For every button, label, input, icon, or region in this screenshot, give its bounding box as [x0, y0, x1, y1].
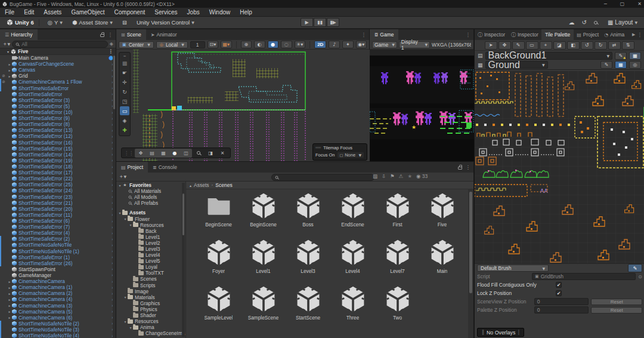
tree-item-scenes[interactable]: Scenes: [116, 276, 185, 282]
hierarchy-item[interactable]: ShortTimeNoSafeNoTile (3)›: [0, 327, 116, 333]
menu-services[interactable]: Services: [150, 8, 182, 17]
scene-picker-icon[interactable]: ◈: [110, 41, 113, 47]
active-tilemap-dropdown[interactable]: Ground ▼: [485, 61, 548, 69]
expand-arrow[interactable]: ▾: [123, 319, 128, 324]
tab-project[interactable]: ▤ Project: [116, 162, 148, 173]
particles-button[interactable]: ✕: [217, 149, 228, 157]
hierarchy-item[interactable]: ShortTimeSafeError (24)›: [0, 188, 116, 193]
close-button[interactable]: ✕: [637, 1, 642, 7]
tree-item-flower[interactable]: ▾Flower: [116, 216, 185, 222]
tree-item-assets[interactable]: ▾Assets: [116, 210, 185, 216]
hierarchy-item[interactable]: ShortTimeSafeError (16)›: [0, 140, 116, 146]
scene-asset-two[interactable]: Two: [375, 282, 420, 329]
scene-asset-samplescene[interactable]: SampleScene: [241, 282, 286, 329]
search-icon[interactable]: [594, 21, 597, 24]
brush-tool-button[interactable]: ✎: [512, 41, 525, 50]
edit-palette-button[interactable]: ✎▲: [615, 52, 627, 60]
hierarchy-item[interactable]: ShortTimeSafeError (15)›: [0, 146, 116, 152]
hierarchy-item[interactable]: ShortTimeSafeError (25)›: [0, 182, 116, 188]
panel-menu-icon[interactable]: ⋮: [466, 32, 471, 38]
rotate-tool-button[interactable]: ↻: [120, 87, 129, 96]
scene-asset-five[interactable]: Five: [420, 189, 465, 236]
scene-asset-three[interactable]: Three: [330, 282, 375, 329]
tree-item-changesceneima[interactable]: ChangeSceneIma: [116, 330, 185, 336]
active-palette-dropdown[interactable]: BackGround1 ▼: [485, 52, 612, 60]
no-overlays-button[interactable]: ‖ No Overlays |: [477, 328, 524, 337]
scene-asset-foyer[interactable]: Foyer: [196, 236, 241, 282]
grid-paint-button[interactable]: ▦: [158, 149, 169, 157]
breadcrumb-leaf[interactable]: Scenes: [215, 182, 232, 188]
orientation-dropdown[interactable]: ◎ Local▼: [156, 41, 188, 48]
import-activity-icon[interactable]: ⇩: [382, 173, 386, 179]
object-picker-icon[interactable]: ⊙: [638, 274, 642, 279]
tree-item-all-models[interactable]: All Models: [116, 194, 185, 200]
visibility-off-icon[interactable]: ⊘: [1, 73, 7, 78]
hierarchy-item[interactable]: ▸CanvasForChangeScene›: [0, 61, 116, 67]
tab-scroll-right-icon[interactable]: ▶: [632, 32, 635, 37]
tree-item-anima[interactable]: ▾Anima: [116, 324, 185, 330]
sprite-mask-button[interactable]: ◨: [205, 149, 216, 157]
game-canvas[interactable]: ★: [370, 50, 474, 162]
tree-item-favorites[interactable]: ▾★Favorites: [116, 182, 185, 188]
breadcrumb-root[interactable]: Assets: [194, 182, 209, 188]
snap-settings-button[interactable]: ⊡▾: [208, 41, 219, 48]
expand-arrow[interactable]: ▾: [117, 183, 122, 188]
tree-item-physics[interactable]: Physics: [116, 306, 185, 312]
tree-item-level1[interactable]: Level1: [116, 234, 185, 240]
scale-tool-button[interactable]: ◳: [120, 97, 129, 106]
gizmo-sound-toggle[interactable]: ♪: [329, 41, 340, 48]
rotate-ccw-tool-button[interactable]: ↺: [581, 41, 593, 50]
hierarchy-item[interactable]: ShortTimeSafeError (10)›: [0, 109, 116, 115]
alert-icon[interactable]: ⚠: [399, 173, 404, 179]
zoom-button[interactable]: [193, 149, 204, 157]
tab-hierarchy[interactable]: ☰ Hierarchy: [0, 29, 38, 40]
hierarchy-item[interactable]: ShortTimeSafeError (20)›: [0, 206, 116, 212]
tree-item-image[interactable]: Image: [116, 288, 185, 294]
scene-canvas[interactable]: ═ ▩ ☛ ✛ ↻ ◳ ▭ ◈ ✚ ⋮⋮ ✥ ▤ ▦ ● ◫: [116, 50, 370, 162]
scene-asset-first[interactable]: First: [375, 189, 420, 236]
tree-item-all-prefabs[interactable]: All Prefabs: [116, 200, 185, 206]
hierarchy-item[interactable]: ShortTimeSafeError (7)›: [0, 224, 116, 230]
hierarchy-item[interactable]: ShortTimeSafeError (22)›: [0, 176, 116, 182]
overlay-drag-handle[interactable]: ══: [315, 145, 321, 150]
tab-tile-palette[interactable]: Tile Palette: [541, 29, 574, 40]
hierarchy-item[interactable]: ShortTimeSafeError (18)›: [0, 164, 116, 170]
hierarchy-item[interactable]: ⊘CinemachineCamera 1 Fllow›: [0, 79, 116, 85]
favorite-icon[interactable]: ★: [407, 173, 412, 179]
hierarchy-item[interactable]: ShortTimeSafeError (5)›: [0, 103, 116, 109]
scene-asset-beginscene[interactable]: BeginScene: [241, 189, 286, 236]
expand-arrow[interactable]: ▸: [7, 74, 12, 78]
play-button[interactable]: ▶: [301, 18, 313, 27]
hierarchy-item[interactable]: ▸CinemachineCamera›: [0, 278, 116, 284]
grid-size-field[interactable]: 1: [190, 41, 205, 48]
palette-z-field[interactable]: 0: [534, 306, 589, 314]
create-add-button[interactable]: ＋▼: [2, 41, 10, 48]
scene-asset-boss[interactable]: Boss: [286, 189, 330, 236]
expand-arrow[interactable]: ▸: [7, 309, 12, 314]
account-button[interactable]: ◎ Y▼: [45, 18, 66, 27]
move-tilemap-button[interactable]: ✥: [135, 149, 146, 157]
hierarchy-item[interactable]: GameManager›: [0, 272, 116, 278]
panel-menu-icon[interactable]: ⋮: [108, 32, 113, 38]
visibility-off-icon[interactable]: ⊘: [1, 79, 7, 84]
edit-tilemap-button[interactable]: ✎: [600, 61, 612, 69]
hierarchy-item[interactable]: ShortTimeSafeError (19)›: [0, 158, 116, 164]
2d-mode-toggle[interactable]: 2D: [314, 41, 326, 48]
menu-assets[interactable]: Assets: [39, 8, 66, 17]
custom-tool-button[interactable]: ✚: [120, 125, 129, 134]
sceneview-z-field[interactable]: 0: [534, 298, 589, 305]
expand-arrow[interactable]: ▾: [123, 295, 128, 299]
undo-history-icon[interactable]: ↺: [582, 19, 587, 26]
overlay-drag-handle[interactable]: ⋮⋮: [124, 150, 134, 156]
restore-button[interactable]: ▢: [620, 1, 625, 7]
brush-type-dropdown[interactable]: Default Brush▼: [477, 265, 549, 272]
panel-menu-icon[interactable]: ⋮: [466, 164, 471, 170]
panel-menu-icon[interactable]: ⋮: [637, 32, 643, 38]
version-control-button[interactable]: Unity Version Control▼: [134, 18, 197, 27]
scene-asset-level4[interactable]: Level4: [330, 236, 375, 282]
focus-on-dropdown[interactable]: ▢ None ▼: [337, 152, 364, 158]
expand-arrow[interactable]: ▸: [7, 62, 12, 66]
tree-item-materials[interactable]: ▾Materials: [116, 294, 185, 300]
tab-inspector-1[interactable]: ⓘ Inspector: [475, 29, 508, 40]
panel-menu-icon[interactable]: ⋮: [361, 32, 367, 38]
